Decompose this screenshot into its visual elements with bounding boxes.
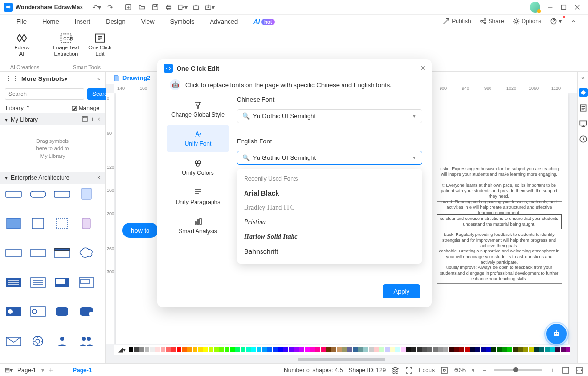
color-swatch[interactable]	[209, 347, 213, 352]
fit-page-icon[interactable]	[575, 366, 583, 374]
canvas-text[interactable]: se clear and concise instructions to ens…	[437, 214, 562, 229]
color-swatch[interactable]	[427, 347, 432, 352]
color-swatch[interactable]	[395, 347, 400, 352]
color-swatch[interactable]	[326, 347, 331, 352]
color-swatch[interactable]	[465, 347, 470, 352]
style-panel-icon[interactable]	[579, 88, 588, 97]
shape-item[interactable]	[28, 275, 48, 290]
color-swatch[interactable]	[182, 347, 187, 352]
color-swatch[interactable]	[331, 347, 336, 352]
color-swatch[interactable]	[369, 347, 374, 352]
present-panel-icon[interactable]	[579, 119, 588, 128]
fullscreen-icon[interactable]	[562, 366, 570, 374]
zoom-value[interactable]: 60%	[454, 367, 466, 374]
mylib-close-icon[interactable]: ×	[97, 116, 100, 123]
color-swatch[interactable]	[454, 347, 459, 352]
canvas-text[interactable]: uously improve: Always be open to feedba…	[437, 264, 562, 284]
menu-home[interactable]: Home	[34, 16, 67, 27]
color-swatch[interactable]	[262, 347, 267, 352]
library-dropdown[interactable]: Library ⌃	[6, 105, 30, 111]
ribbon-image-text[interactable]: OCR Image Text Extraction	[49, 30, 83, 63]
color-swatch[interactable]	[545, 347, 550, 352]
color-swatch[interactable]	[374, 347, 379, 352]
import-icon[interactable]: ▾	[203, 1, 216, 14]
color-swatch[interactable]	[459, 347, 464, 352]
color-swatch[interactable]	[486, 347, 491, 352]
help-button[interactable]: ▾	[547, 16, 565, 26]
dropper-icon[interactable]: ◢▾	[118, 346, 126, 353]
tab-unify-font[interactable]: Unify Font	[167, 125, 229, 152]
shape-item[interactable]	[77, 246, 96, 260]
shape-item[interactable]	[77, 216, 96, 231]
maximize-icon[interactable]	[557, 1, 570, 14]
color-swatch[interactable]	[358, 347, 363, 352]
canvas-pill[interactable]: how to	[122, 223, 158, 238]
color-swatch[interactable]	[539, 347, 544, 352]
panel-title[interactable]: More Symbols▾	[21, 75, 68, 82]
print-icon[interactable]	[163, 1, 175, 14]
color-swatch[interactable]	[230, 347, 235, 352]
color-swatch[interactable]	[417, 347, 422, 352]
redo-icon[interactable]: ↷	[104, 1, 116, 14]
color-swatch[interactable]	[507, 347, 512, 352]
color-swatch[interactable]	[433, 347, 438, 352]
color-swatch[interactable]	[534, 347, 539, 352]
expand-right-icon[interactable]: »	[581, 75, 585, 81]
color-swatch[interactable]	[406, 347, 411, 352]
shape-item[interactable]	[28, 304, 48, 319]
color-swatch[interactable]	[470, 347, 475, 352]
menu-insert[interactable]: Insert	[67, 16, 98, 27]
tab-global-style[interactable]: Change Global Style	[167, 96, 229, 123]
color-swatch[interactable]	[283, 347, 288, 352]
zoom-fit-icon[interactable]	[441, 366, 448, 374]
shape-item[interactable]	[4, 334, 23, 348]
shape-item[interactable]	[28, 187, 48, 201]
color-swatch[interactable]	[315, 347, 320, 352]
font-option[interactable]: Arial Black	[237, 186, 422, 201]
save-icon[interactable]	[149, 1, 162, 14]
color-swatch[interactable]	[187, 347, 192, 352]
menu-symbols[interactable]: Symbols	[163, 16, 202, 27]
layers-icon[interactable]	[392, 366, 399, 374]
shape-item[interactable]	[52, 304, 72, 319]
ribbon-one-click-edit[interactable]: One Click Edit	[83, 30, 117, 63]
page-panel-icon[interactable]	[579, 104, 588, 112]
shape-item[interactable]	[52, 334, 72, 348]
color-swatch[interactable]	[214, 347, 219, 352]
mylib-add-icon[interactable]: +	[91, 116, 94, 123]
color-swatch[interactable]	[139, 347, 144, 352]
color-swatch[interactable]	[518, 347, 523, 352]
publish-button[interactable]: Publish	[440, 16, 474, 26]
document-tab[interactable]: Drawing2	[114, 74, 151, 81]
shape-item[interactable]	[77, 334, 96, 348]
color-swatch[interactable]	[257, 347, 261, 352]
color-swatch[interactable]	[219, 347, 224, 352]
color-swatch[interactable]	[411, 347, 416, 352]
color-swatch[interactable]	[171, 347, 176, 352]
zoom-in-icon[interactable]: +	[548, 366, 556, 374]
menu-view[interactable]: View	[133, 16, 163, 27]
h-scrollbar[interactable]	[232, 357, 451, 362]
share-button[interactable]: Share	[477, 16, 507, 26]
shape-item[interactable]	[52, 275, 72, 290]
modal-close-icon[interactable]: ×	[421, 64, 425, 73]
color-swatch[interactable]	[347, 347, 352, 352]
color-swatch[interactable]	[449, 347, 454, 352]
color-swatch[interactable]	[129, 347, 133, 352]
color-swatch[interactable]	[193, 347, 197, 352]
canvas-text[interactable]: iastic: Expressing enthusiasm for the su…	[437, 165, 562, 179]
color-swatch[interactable]	[385, 347, 390, 352]
options-button[interactable]: Options	[510, 16, 544, 26]
color-swatch[interactable]	[166, 347, 171, 352]
color-swatch[interactable]	[246, 347, 251, 352]
color-swatch[interactable]	[555, 347, 560, 352]
shape-item[interactable]	[4, 275, 23, 290]
color-swatch[interactable]	[161, 347, 165, 352]
color-swatch[interactable]	[443, 347, 448, 352]
color-swatch[interactable]	[491, 347, 496, 352]
font-option[interactable]: Harlow Solid Italic	[237, 230, 422, 244]
new-icon[interactable]	[122, 1, 134, 14]
color-swatch[interactable]	[561, 347, 566, 352]
minimize-icon[interactable]	[544, 1, 556, 14]
color-swatch[interactable]	[267, 347, 272, 352]
